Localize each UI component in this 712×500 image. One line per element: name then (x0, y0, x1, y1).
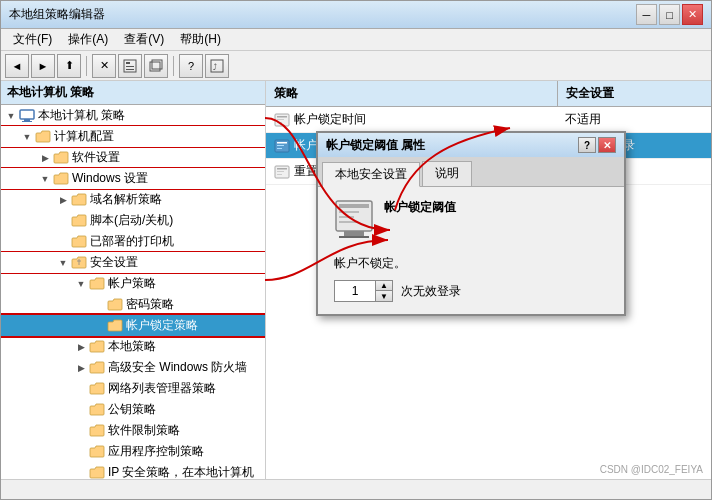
account-policy-label: 帐户策略 (108, 275, 156, 292)
expand-local: ▶ (73, 342, 89, 352)
col-policy: 策略 (266, 81, 558, 106)
left-panel: 本地计算机 策略 ▼ 本地计算机 策略 ▼ 计算机配置 ▶ (1, 81, 266, 479)
modal-help-button[interactable]: ? (578, 137, 596, 153)
help-button[interactable]: ? (179, 54, 203, 78)
svg-rect-3 (126, 69, 134, 70)
menu-bar: 文件(F) 操作(A) 查看(V) 帮助(H) (1, 29, 711, 51)
spinner-up-button[interactable]: ▲ (376, 281, 392, 291)
tree-item-account-policy[interactable]: ▼ 帐户策略 (1, 273, 265, 294)
svg-rect-1 (126, 62, 130, 64)
delete-button[interactable]: ✕ (92, 54, 116, 78)
svg-rect-15 (277, 116, 287, 118)
expand-computer-config: ▼ (19, 132, 35, 142)
svg-rect-32 (344, 231, 364, 236)
up-button[interactable]: ⬆ (57, 54, 81, 78)
spinner-input[interactable]: 1 (335, 281, 375, 301)
tree-item-lockout[interactable]: 帐户锁定策略 (1, 315, 265, 336)
modal-policy-name: 帐户锁定阈值 (384, 199, 456, 216)
svg-rect-2 (126, 66, 134, 67)
tree-item-password[interactable]: 密码策略 (1, 294, 265, 315)
password-label: 密码策略 (126, 296, 174, 313)
modal-account-label: 帐户不锁定。 (334, 255, 608, 272)
modal-tabs: 本地安全设置 说明 (318, 157, 624, 187)
menu-file[interactable]: 文件(F) (5, 29, 60, 50)
expand-root: ▼ (3, 111, 19, 121)
soft-restrict-label: 软件限制策略 (108, 422, 180, 439)
lockout-threshold-dialog: 帐户锁定阈值 属性 ? ✕ 本地安全设置 说明 (316, 131, 626, 316)
folder-icon-password (107, 298, 123, 312)
folder-icon-software (53, 151, 69, 165)
svg-rect-33 (339, 236, 369, 238)
separator-1 (86, 56, 87, 76)
folder-icon-dns (71, 193, 87, 207)
watermark: CSDN @IDC02_FEIYA (600, 464, 703, 475)
toolbar: ◄ ► ⬆ ✕ ? ⤴ (1, 51, 711, 81)
minimize-button[interactable]: ─ (636, 4, 657, 25)
forward-button[interactable]: ► (31, 54, 55, 78)
tree-item-security[interactable]: ▼ 安全设置 (1, 252, 265, 273)
tree-item-pubkey[interactable]: 公钥策略 (1, 399, 265, 420)
folder-icon-local (89, 340, 105, 354)
folder-icon-account (89, 277, 105, 291)
folder-icon-firewall (89, 361, 105, 375)
tree-item-ip[interactable]: IP 安全策略，在本地计算机 (1, 462, 265, 479)
column-headers: 策略 安全设置 (266, 81, 711, 107)
tree-item-printers[interactable]: 已部署的打印机 (1, 231, 265, 252)
tree-item-root[interactable]: ▼ 本地计算机 策略 (1, 105, 265, 126)
main-area: 本地计算机 策略 ▼ 本地计算机 策略 ▼ 计算机配置 ▶ (1, 81, 711, 479)
panel-header: 本地计算机 策略 (1, 81, 265, 105)
main-window: 本地组策略编辑器 ─ □ ✕ 文件(F) 操作(A) 查看(V) 帮助(H) ◄… (0, 0, 712, 500)
close-button[interactable]: ✕ (682, 4, 703, 25)
tree-item-network[interactable]: 网络列表管理器策略 (1, 378, 265, 399)
software-label: 软件设置 (72, 149, 120, 166)
expand-firewall: ▶ (73, 363, 89, 373)
modal-title-controls: ? ✕ (578, 137, 616, 153)
tree-item-local-policy[interactable]: ▶ 本地策略 (1, 336, 265, 357)
svg-rect-28 (339, 204, 369, 208)
maximize-button[interactable]: □ (659, 4, 680, 25)
tree-item-windows-settings[interactable]: ▼ Windows 设置 (1, 168, 265, 189)
export-button[interactable]: ⤴ (205, 54, 229, 78)
svg-rect-29 (339, 211, 359, 213)
folder-icon-pubkey (89, 403, 105, 417)
modal-title-bar: 帐户锁定阈值 属性 ? ✕ (318, 133, 624, 157)
svg-rect-19 (277, 142, 287, 144)
windows-settings-label: Windows 设置 (72, 170, 148, 187)
svg-rect-17 (277, 122, 282, 123)
svg-text:⤴: ⤴ (213, 63, 217, 72)
properties-button[interactable] (118, 54, 142, 78)
modal-close-button[interactable]: ✕ (598, 137, 616, 153)
tree-item-scripts[interactable]: 脚本(启动/关机) (1, 210, 265, 231)
svg-rect-16 (277, 119, 284, 120)
modal-title-text: 帐户锁定阈值 属性 (326, 137, 425, 154)
svg-rect-9 (24, 119, 30, 121)
lockout-label: 帐户锁定策略 (126, 317, 198, 334)
spinner-label: 次无效登录 (401, 283, 461, 300)
menu-help[interactable]: 帮助(H) (172, 29, 229, 50)
tree-item-firewall[interactable]: ▶ 高级安全 Windows 防火墙 (1, 357, 265, 378)
folder-icon-security (71, 256, 87, 270)
col-security: 安全设置 (558, 81, 711, 106)
security-label: 安全设置 (90, 254, 138, 271)
svg-rect-30 (339, 216, 354, 218)
firewall-label: 高级安全 Windows 防火墙 (108, 359, 247, 376)
spinner-control[interactable]: 1 ▲ ▼ (334, 280, 393, 302)
menu-view[interactable]: 查看(V) (116, 29, 172, 50)
modal-policy-icon (334, 199, 374, 239)
folder-icon-app (89, 445, 105, 459)
window-title: 本地组策略编辑器 (9, 6, 636, 23)
tree-item-computer-config[interactable]: ▼ 计算机配置 (1, 126, 265, 147)
tree-item-software-restrict[interactable]: 软件限制策略 (1, 420, 265, 441)
tab-description[interactable]: 说明 (422, 161, 472, 186)
tree-item-app-control[interactable]: 应用程序控制策略 (1, 441, 265, 462)
tree-item-dns[interactable]: ▶ 域名解析策略 (1, 189, 265, 210)
spinner-down-button[interactable]: ▼ (376, 291, 392, 301)
tree-item-software[interactable]: ▶ 软件设置 (1, 147, 265, 168)
tab-local-security[interactable]: 本地安全设置 (322, 162, 420, 187)
status-bar (1, 479, 711, 499)
folder-icon-network (89, 382, 105, 396)
menu-action[interactable]: 操作(A) (60, 29, 116, 50)
computer-icon (19, 109, 35, 123)
new-window-button[interactable] (144, 54, 168, 78)
back-button[interactable]: ◄ (5, 54, 29, 78)
